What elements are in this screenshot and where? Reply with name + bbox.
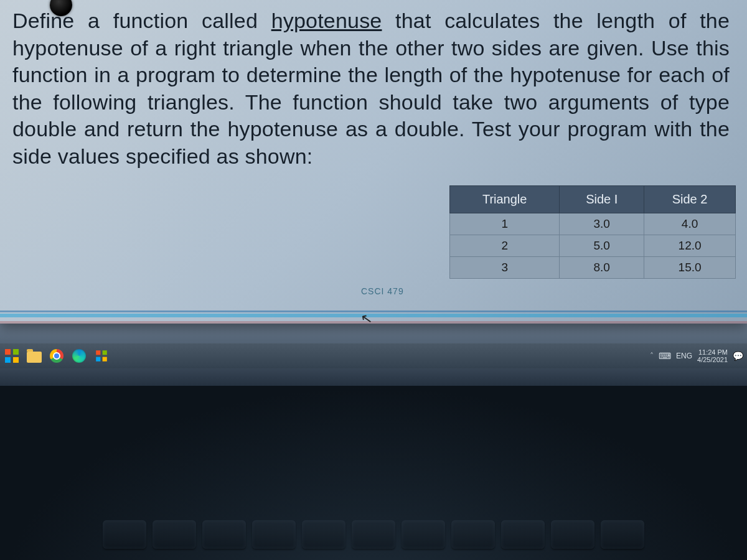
cell: 2 [450, 235, 560, 257]
cell: 1 [450, 213, 560, 235]
edge-icon[interactable] [71, 348, 87, 364]
start-button[interactable] [4, 348, 20, 364]
tray-time: 11:24 PM [697, 348, 728, 356]
presentation-slide: Define a function called hypotenuse that… [0, 0, 747, 324]
table-row: 1 3.0 4.0 [450, 213, 736, 235]
problem-keyword: hypotenuse [271, 9, 382, 32]
cell: 15.0 [644, 257, 736, 279]
chrome-icon[interactable] [49, 348, 65, 364]
table-row: 3 8.0 15.0 [450, 257, 736, 279]
tray-date: 4/25/2021 [697, 356, 728, 363]
cell: 8.0 [560, 257, 644, 279]
folder-icon[interactable] [26, 348, 42, 364]
table-row: 2 5.0 12.0 [450, 235, 736, 257]
cell: 5.0 [560, 235, 644, 257]
table-header-row: Triangle Side I Side 2 [450, 186, 736, 213]
taskbar: ˄ ⌨ ENG 11:24 PM 4/25/2021 💬 [0, 343, 747, 368]
tray-keyboard-icon[interactable]: ⌨ [659, 351, 671, 361]
physical-keyboard [0, 386, 747, 560]
cell: 4.0 [644, 213, 736, 235]
problem-rest: that calculates the length of the hypote… [12, 9, 730, 168]
problem-text: Define a function called hypotenuse that… [12, 7, 735, 170]
cell: 3 [450, 257, 560, 279]
col-side2: Side 2 [644, 186, 736, 213]
slide-divider [0, 309, 747, 324]
col-triangle: Triangle [450, 186, 560, 213]
tray-chevron-icon[interactable]: ˄ [650, 352, 654, 360]
microsoft-store-icon[interactable] [93, 348, 110, 364]
screen: Define a function called hypotenuse that… [0, 0, 747, 560]
problem-prefix: Define a function called [12, 9, 271, 32]
triangle-table: Triangle Side I Side 2 1 3.0 4.0 2 5.0 1… [449, 185, 736, 279]
cell: 12.0 [644, 235, 736, 257]
course-code: CSCI 479 [361, 286, 404, 296]
tray-clock[interactable]: 11:24 PM 4/25/2021 [697, 348, 728, 363]
tray-language[interactable]: ENG [676, 352, 692, 360]
notifications-icon[interactable]: 💬 [733, 351, 743, 361]
col-side1: Side I [560, 186, 644, 213]
cell: 3.0 [560, 213, 644, 235]
